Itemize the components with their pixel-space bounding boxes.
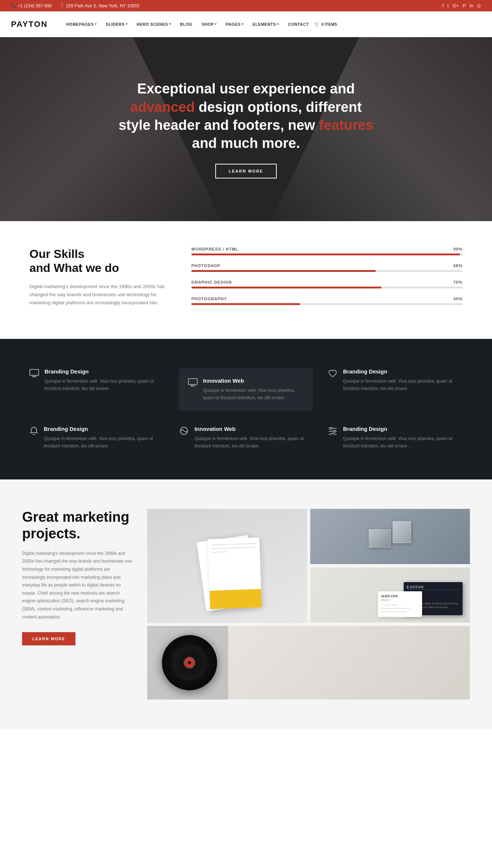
nav-item-sliders[interactable]: SLIDERS ▾ bbox=[102, 19, 131, 29]
skill-label-graphic-design: GRAPHIC DESIGN bbox=[191, 280, 232, 284]
feature-item-6: Branding Design Quisque in fermentum vel… bbox=[328, 426, 463, 450]
cart-icon: 🛒 bbox=[314, 22, 319, 26]
skill-bar-fill-graphic-design bbox=[191, 287, 381, 288]
chevron-down-icon: ▾ bbox=[242, 22, 244, 26]
skill-label-photoshop: PHOTOSHOP bbox=[191, 263, 220, 268]
cart-button[interactable]: 🛒 0 ITEMS bbox=[314, 22, 337, 26]
skill-item-graphic-design: GRAPHIC DESIGN 70% bbox=[191, 280, 463, 288]
skill-percent-photography: 40% bbox=[453, 297, 463, 301]
sliders-icon bbox=[328, 426, 337, 437]
phone-contact: 📞 +1 (234) 567-890 bbox=[11, 3, 52, 8]
feature-title-2: Innovation Web bbox=[203, 378, 304, 384]
skills-left-panel: Our Skills and What we do Digital market… bbox=[29, 247, 169, 307]
nav-item-homepages[interactable]: HOMEPAGES ▾ bbox=[63, 19, 100, 29]
twitter-icon[interactable]: t bbox=[447, 3, 449, 8]
feature-item-1: Branding Design Quisque in fermentum vel… bbox=[29, 368, 164, 411]
nav-item-pages[interactable]: PAGES ▾ bbox=[222, 19, 247, 29]
bell-icon bbox=[29, 426, 38, 438]
feature-desc-1: Quisque in fermentum velit. Viva mus pha… bbox=[45, 378, 164, 393]
skill-percent-wordpress: 99% bbox=[453, 247, 463, 251]
feature-item-3: Branding Design Quisque in fermentum vel… bbox=[328, 368, 463, 411]
monitor-icon-2 bbox=[188, 378, 198, 389]
skill-bar-fill-photography bbox=[191, 303, 300, 305]
location-icon: 📍 bbox=[59, 3, 66, 8]
feature-text-4: Branding Design Quisque in fermentum vel… bbox=[44, 426, 164, 450]
heart-icon bbox=[328, 369, 337, 380]
skills-description: Digital marketing's development since th… bbox=[29, 283, 169, 307]
feature-item-5: Innovation Web Quisque in fermentum veli… bbox=[179, 426, 314, 450]
project-image-2[interactable] bbox=[310, 509, 470, 564]
skill-bar-bg bbox=[191, 287, 463, 288]
project-image-4[interactable] bbox=[147, 626, 470, 699]
project-image-1[interactable] bbox=[147, 509, 307, 623]
chevron-down-icon: ▾ bbox=[277, 22, 279, 26]
skill-bar-fill-wordpress bbox=[191, 254, 460, 255]
hero-content: Exceptional user experience and advanced… bbox=[108, 72, 384, 186]
projects-grid: EASTON COMMERCIAL REAL ESTATE RECRUITING… bbox=[147, 509, 470, 699]
projects-learn-more-button[interactable]: LEARN MORE bbox=[22, 632, 75, 645]
nav-item-hero-scenes[interactable]: HERO SCENES ▾ bbox=[133, 19, 174, 29]
project-image-3[interactable]: EASTON COMMERCIAL REAL ESTATE RECRUITING… bbox=[310, 567, 470, 623]
googleplus-icon[interactable]: G+ bbox=[452, 3, 459, 8]
address-contact: 📍 228 Park Ave S, New York, NY 10003 bbox=[59, 3, 139, 8]
hero-title-accent2: features bbox=[319, 117, 374, 133]
feature-desc-3: Quisque in fermentum velit. Viva mus pha… bbox=[343, 378, 463, 393]
dribbble-icon[interactable]: ⊙ bbox=[477, 3, 481, 8]
nav-item-blog[interactable]: BLOG bbox=[176, 19, 196, 29]
features-grid: Branding Design Quisque in fermentum vel… bbox=[29, 368, 463, 450]
projects-section: Great marketing projects. Digital market… bbox=[0, 479, 492, 729]
skill-bar-fill-photoshop bbox=[191, 270, 376, 272]
chevron-down-icon: ▾ bbox=[169, 22, 171, 26]
svg-rect-4 bbox=[188, 379, 197, 385]
svg-point-13 bbox=[333, 430, 336, 432]
hero-title-accent1: advanced bbox=[130, 99, 195, 115]
facebook-icon[interactable]: f bbox=[442, 3, 444, 8]
nav-item-elements[interactable]: ELEMENTS ▾ bbox=[249, 19, 282, 29]
skill-percent-graphic-design: 70% bbox=[453, 280, 463, 284]
hero-section: Exceptional user experience and advanced… bbox=[0, 37, 492, 221]
skills-section: Our Skills and What we do Digital market… bbox=[0, 221, 492, 339]
top-bar: 📞 +1 (234) 567-890 📍 228 Park Ave S, New… bbox=[0, 0, 492, 11]
linkedin-icon[interactable]: in bbox=[470, 3, 473, 8]
hero-title-part1: Exceptional user experience and bbox=[137, 81, 355, 96]
brand-logo[interactable]: PAYTON bbox=[11, 20, 48, 29]
skill-bar-bg bbox=[191, 254, 463, 255]
feature-title-4: Branding Design bbox=[44, 426, 164, 432]
phone-icon: 📞 bbox=[11, 3, 18, 8]
phone-number: +1 (234) 567-890 bbox=[18, 3, 52, 8]
feature-title-6: Branding Design bbox=[343, 426, 463, 432]
feature-text-6: Branding Design Quisque in fermentum vel… bbox=[343, 426, 463, 450]
projects-description: Digital marketing's development since th… bbox=[22, 550, 132, 621]
nav-item-contact[interactable]: CONTACT bbox=[284, 19, 312, 29]
skill-bar-bg bbox=[191, 303, 463, 305]
feature-item-4: Branding Design Quisque in fermentum vel… bbox=[29, 426, 164, 450]
hero-learn-more-button[interactable]: LEARN MORE bbox=[215, 164, 277, 178]
top-bar-left: 📞 +1 (234) 567-890 📍 228 Park Ave S, New… bbox=[11, 3, 139, 8]
feature-desc-6: Quisque in fermentum velit. Viva mus pha… bbox=[343, 435, 463, 450]
skills-title: Our Skills and What we do bbox=[29, 247, 169, 275]
feature-desc-5: Quisque in fermentum velit. Viva mus pha… bbox=[195, 435, 314, 450]
feature-text-5: Innovation Web Quisque in fermentum veli… bbox=[195, 426, 314, 450]
feature-desc-4: Quisque in fermentum velit. Viva mus pha… bbox=[44, 435, 164, 450]
feature-text-3: Branding Design Quisque in fermentum vel… bbox=[343, 368, 463, 393]
monitor-icon bbox=[29, 369, 39, 379]
feature-text-2: Innovation Web Quisque in fermentum veli… bbox=[203, 378, 304, 402]
skill-percent-photoshop: 68% bbox=[453, 263, 463, 268]
projects-left-panel: Great marketing projects. Digital market… bbox=[22, 509, 132, 646]
cart-count: 0 ITEMS bbox=[321, 22, 337, 26]
feature-title-3: Branding Design bbox=[343, 368, 463, 375]
svg-point-11 bbox=[330, 427, 332, 429]
chevron-down-icon: ▾ bbox=[95, 22, 97, 26]
feature-desc-2: Quisque in fermentum velit. Viva mus pha… bbox=[203, 387, 304, 402]
chevron-down-icon: ▾ bbox=[215, 22, 217, 26]
skills-bars: WORDPRESS / HTML 99% PHOTOSHOP 68% GRAPH… bbox=[191, 247, 463, 313]
skill-label-photography: PHOTOGRAPHY bbox=[191, 297, 227, 301]
feature-title-1: Branding Design bbox=[45, 368, 164, 375]
pinterest-icon[interactable]: P bbox=[463, 3, 466, 8]
skill-item-photography: PHOTOGRAPHY 40% bbox=[191, 297, 463, 305]
skill-item-wordpress: WORDPRESS / HTML 99% bbox=[191, 247, 463, 255]
hero-title-part3: and much more. bbox=[192, 135, 300, 151]
nav-item-shop[interactable]: SHOP ▾ bbox=[198, 19, 220, 29]
features-section: Branding Design Quisque in fermentum vel… bbox=[0, 339, 492, 479]
top-bar-right: f t G+ P in ⊙ bbox=[442, 3, 481, 8]
